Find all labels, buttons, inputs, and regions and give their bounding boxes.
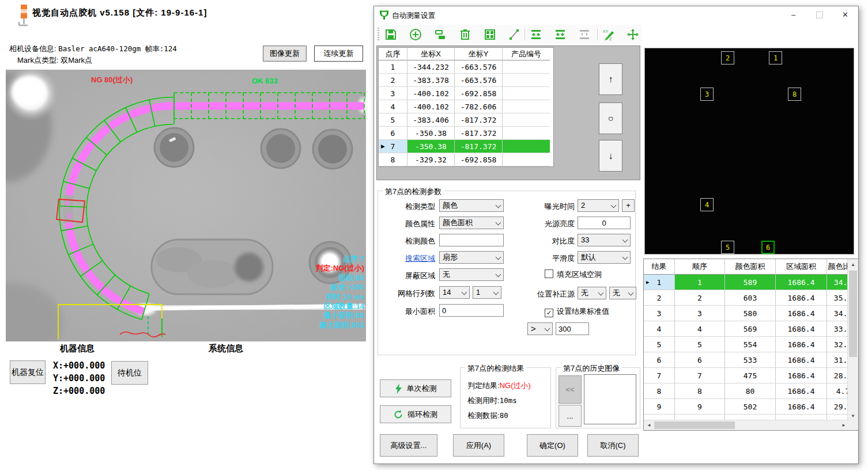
preview-point-box[interactable]: 2: [721, 51, 734, 64]
move-point-down-button[interactable]: ↓: [599, 140, 622, 172]
goto-point-button[interactable]: ○: [599, 102, 622, 134]
preview-point-box[interactable]: 1: [769, 51, 782, 64]
loop-test-button[interactable]: 循环检测: [380, 405, 451, 423]
grid-rows-dropdown[interactable]: 14: [439, 286, 470, 299]
row-header[interactable]: 2: [644, 290, 675, 306]
col-header[interactable]: 产品编号: [503, 48, 550, 60]
duplicate-icon[interactable]: [433, 28, 447, 41]
detect-type-dropdown[interactable]: 颜色: [439, 199, 504, 212]
row-header[interactable]: 5: [644, 337, 675, 352]
col-header[interactable]: 结果: [644, 259, 675, 275]
row-header[interactable]: 2: [379, 74, 407, 87]
col-header[interactable]: 点序: [379, 48, 407, 60]
toolbar-grip[interactable]: [378, 28, 379, 41]
single-test-button[interactable]: 单次检测: [380, 379, 451, 397]
scroll-up-icon[interactable]: ▲: [848, 260, 858, 268]
checkbox-icon[interactable]: ✓: [545, 309, 553, 317]
row-header[interactable]: 6: [644, 352, 675, 368]
row-header[interactable]: 5: [379, 113, 407, 127]
search-area-link[interactable]: 搜索区域: [389, 253, 435, 264]
points-table-row[interactable]: 6-350.38-817.372: [379, 127, 553, 140]
points-table-row[interactable]: 4-400.102-782.606: [379, 100, 553, 113]
add-point-icon[interactable]: [409, 28, 422, 41]
pos-comp-dropdown-2[interactable]: 无: [609, 287, 636, 299]
image-update-button[interactable]: 图像更新: [263, 45, 307, 62]
exposure-plus-button[interactable]: +: [622, 199, 635, 212]
apply-button[interactable]: 应用(A): [453, 434, 504, 457]
row-header[interactable]: 4: [644, 321, 675, 337]
row-header[interactable]: ▶1: [644, 275, 675, 290]
preview-point-box[interactable]: 6: [761, 241, 775, 254]
maximize-button[interactable]: [806, 6, 832, 23]
row-header[interactable]: 1: [379, 60, 407, 74]
detect-color-input[interactable]: [439, 234, 504, 246]
color-attr-dropdown[interactable]: 颜色面积: [439, 216, 504, 229]
preview-point-box[interactable]: 5: [721, 241, 734, 254]
contrast-dropdown[interactable]: 33: [578, 234, 631, 246]
points-table-row[interactable]: 1-344.232-663.576: [379, 60, 553, 74]
vertical-scrollbar[interactable]: ▲ ▼: [847, 259, 858, 421]
preview-point-box[interactable]: 8: [788, 88, 801, 101]
scroll-thumb[interactable]: [849, 271, 857, 357]
camera-view[interactable]: NG 80(过小) OK 633 点序:7判定:NG(过小)面积:80标准:>3…: [6, 70, 366, 341]
grid-icon[interactable]: [483, 28, 497, 41]
results-table-row[interactable]: 445691686.433.7: [644, 321, 859, 337]
cancel-button[interactable]: 取消(C): [587, 434, 639, 457]
row-header[interactable]: 3: [379, 87, 407, 100]
points-table-row[interactable]: 2-383.378-663.576: [379, 74, 553, 87]
row-header[interactable]: ▶7: [379, 140, 407, 153]
move-icon[interactable]: [626, 28, 640, 41]
scroll-right-icon[interactable]: ►: [840, 420, 848, 430]
checkbox-icon[interactable]: [545, 269, 553, 278]
save-icon[interactable]: [384, 28, 398, 41]
advanced-settings-button[interactable]: 高级设置...: [380, 434, 437, 457]
close-button[interactable]: ✕: [832, 6, 858, 23]
light-input[interactable]: [578, 216, 631, 229]
ok-button[interactable]: 确定(O): [527, 434, 578, 457]
row-header[interactable]: 8: [644, 383, 675, 399]
col-header[interactable]: 颜色面积: [725, 259, 776, 275]
continuous-update-button[interactable]: 连续更新: [314, 45, 363, 62]
col-header[interactable]: 坐标X: [407, 48, 455, 60]
points-table-row[interactable]: ▶7-350.38-817.372: [379, 140, 553, 153]
results-table-row[interactable]: 555541686.432.9: [644, 337, 859, 352]
row-header[interactable]: 8: [379, 153, 407, 166]
results-table-row[interactable]: ▶115891686.434.9: [644, 275, 859, 290]
points-table-row[interactable]: 3-400.102-692.858: [379, 87, 553, 100]
align-middle-disabled-icon[interactable]: [578, 28, 591, 41]
points-table-row[interactable]: 8-329.32-692.858: [379, 153, 553, 166]
machine-reset-button[interactable]: 机器复位: [10, 360, 46, 384]
dialog-titlebar[interactable]: 自动测量设置 – ✕: [374, 6, 858, 24]
results-table-row[interactable]: 665331686.431.6: [644, 352, 859, 368]
delete-icon[interactable]: [458, 28, 472, 41]
preview-point-box[interactable]: 4: [700, 198, 714, 211]
col-header[interactable]: 坐标Y: [455, 48, 503, 60]
mask-area-dropdown[interactable]: 无: [439, 268, 504, 281]
points-preview-canvas[interactable]: 2138456: [644, 48, 854, 255]
fill-holes-checkbox[interactable]: 填充区域空洞: [545, 269, 602, 280]
points-table-row[interactable]: 5-383.406-817.372: [379, 113, 553, 127]
results-table-row[interactable]: 335801686.434.4: [644, 306, 859, 321]
align-top-icon[interactable]: [529, 28, 543, 41]
results-table-row[interactable]: 995021686.429.8: [644, 399, 859, 415]
row-header[interactable]: 9: [644, 399, 675, 415]
exposure-dropdown[interactable]: 2: [578, 199, 619, 212]
search-area-dropdown[interactable]: 扇形: [439, 251, 504, 264]
row-header[interactable]: 3: [644, 306, 675, 321]
std-value-input[interactable]: [556, 322, 589, 335]
col-header[interactable]: 顺序: [675, 259, 725, 275]
scroll-down-icon[interactable]: ▼: [848, 412, 858, 420]
align-bottom-icon[interactable]: [553, 28, 567, 41]
move-point-up-button[interactable]: ↑: [599, 63, 622, 95]
smooth-dropdown[interactable]: 默认: [578, 251, 631, 264]
scroll-thumb[interactable]: [654, 421, 735, 429]
history-back-button[interactable]: <<: [558, 375, 582, 404]
draw-line-icon[interactable]: [507, 28, 521, 41]
results-table-row[interactable]: 226031686.435.8: [644, 290, 859, 306]
horizontal-scrollbar[interactable]: ◄ ►: [644, 420, 849, 430]
min-area-input[interactable]: [439, 304, 504, 317]
row-header[interactable]: 6: [379, 127, 407, 140]
minimize-button[interactable]: –: [780, 6, 806, 23]
history-more-button[interactable]: ...: [558, 405, 582, 427]
grid-cols-dropdown[interactable]: 1: [473, 286, 501, 299]
